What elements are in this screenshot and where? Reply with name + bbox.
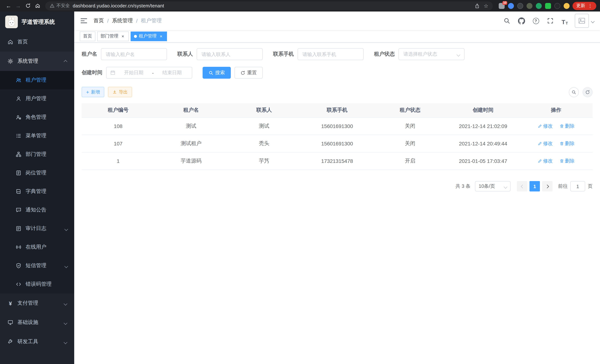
delete-link[interactable]: 删除: [559, 158, 575, 164]
status-select[interactable]: 请选择租户状态: [399, 48, 465, 60]
filter-label: 租户状态: [374, 51, 395, 57]
browser-forward-icon[interactable]: →: [13, 1, 23, 10]
tab-tenant[interactable]: 租户管理 ×: [131, 31, 167, 41]
extension-icon-paw[interactable]: [554, 3, 560, 9]
breadcrumb-system[interactable]: 系统管理: [112, 18, 133, 24]
gear-icon: [7, 58, 13, 64]
reset-button[interactable]: 重置: [234, 67, 263, 79]
goto-page-input[interactable]: [570, 181, 585, 191]
address-bar[interactable]: 不安全 dashboard.yudao.iocoder.cn/system/te…: [45, 1, 493, 10]
delete-link[interactable]: 删除: [559, 123, 575, 130]
sidebar-item-tenant[interactable]: 租户管理: [0, 71, 74, 89]
yen-icon: ¥: [7, 300, 13, 306]
sidebar-item-label: 用户管理: [26, 95, 46, 102]
sidebar-item-home[interactable]: 首页: [0, 32, 74, 52]
extension-icon-green-check[interactable]: [536, 3, 542, 9]
sidebar-item-dept[interactable]: 部门管理: [0, 145, 74, 164]
export-button[interactable]: 导出: [108, 87, 132, 97]
sidebar-item-user[interactable]: 用户管理: [0, 89, 74, 108]
add-button[interactable]: + 新增: [82, 87, 104, 97]
security-indicator[interactable]: 不安全: [50, 3, 70, 9]
bookmark-star-icon[interactable]: ☆: [484, 3, 488, 9]
page-number-1[interactable]: 1: [529, 181, 540, 191]
sidebar-item-label: 首页: [18, 38, 28, 45]
next-page-button[interactable]: [542, 181, 553, 191]
search-icon[interactable]: [502, 16, 511, 25]
chrome-update-button[interactable]: 更新 ⋮: [572, 2, 596, 10]
sidebar-item-dict[interactable]: 字典管理: [0, 182, 74, 201]
sidebar-item-audit-log[interactable]: 审计日志: [0, 219, 74, 238]
sidebar-item-online-users[interactable]: 在线用户: [0, 238, 74, 256]
chevron-down-icon: [504, 185, 507, 188]
tab-dept[interactable]: 部门管理 ×: [97, 31, 129, 41]
font-size-icon[interactable]: TT: [560, 16, 569, 25]
chevron-down-icon: [64, 227, 68, 231]
app-logo[interactable]: 芋道管理系统: [0, 11, 74, 32]
chevron-right-icon: [545, 184, 549, 188]
cell-created: 2021-01-05 17:03:47: [447, 152, 519, 170]
extension-icon-chat[interactable]: [545, 3, 551, 9]
sidebar-item-devtools[interactable]: 研发工具: [0, 332, 74, 351]
sidebar-item-payment[interactable]: ¥ 支付管理: [0, 293, 74, 313]
contact-input[interactable]: [201, 51, 258, 57]
tenant-name-input[interactable]: [106, 51, 162, 57]
sidebar-item-role[interactable]: 角色管理: [0, 108, 74, 127]
edit-link[interactable]: 修改: [537, 123, 553, 130]
filter-row-2: 创建时间 开始日期 - 结束日期 搜索: [82, 67, 593, 79]
date-end-placeholder: 结束日期: [156, 69, 188, 76]
page-unit-label: 页: [588, 183, 593, 190]
reset-button-label: 重置: [247, 69, 257, 76]
edit-label: 修改: [543, 123, 553, 130]
sidebar-item-post[interactable]: 岗位管理: [0, 164, 74, 182]
cell-tenant-name: 测试租户: [155, 135, 227, 152]
edit-label: 修改: [543, 158, 553, 164]
search-button[interactable]: 搜索: [203, 67, 231, 79]
extension-icon-olive[interactable]: [526, 3, 533, 9]
extension-icon-blue[interactable]: [508, 3, 514, 9]
sidebar-item-sms[interactable]: 短信管理: [0, 256, 74, 275]
close-icon[interactable]: ×: [120, 34, 125, 39]
edit-link[interactable]: 修改: [537, 140, 553, 147]
delete-link[interactable]: 删除: [559, 140, 575, 147]
search-icon: [572, 90, 576, 94]
profile-avatar-icon[interactable]: [564, 3, 570, 9]
browser-menu-icon[interactable]: ⋮: [588, 3, 593, 8]
phone-input[interactable]: [302, 51, 359, 57]
sidebar-collapse-icon[interactable]: [80, 17, 88, 25]
date-range-picker[interactable]: 开始日期 - 结束日期: [106, 67, 192, 79]
pencil-icon: [537, 159, 542, 163]
user-avatar-dropdown[interactable]: [575, 14, 594, 28]
delete-label: 删除: [565, 123, 575, 130]
page-size-select[interactable]: 10条/页: [475, 181, 511, 191]
edit-link[interactable]: 修改: [537, 158, 553, 164]
date-separator: -: [152, 70, 154, 75]
sidebar-item-error-code[interactable]: 错误码管理: [0, 275, 74, 293]
share-icon[interactable]: [475, 3, 480, 8]
sidebar-item-menu[interactable]: 菜单管理: [0, 127, 74, 145]
browser-back-icon[interactable]: ←: [4, 1, 13, 10]
sidebar: 芋道管理系统 首页 系统管理 租户管理: [0, 11, 74, 364]
github-icon[interactable]: [517, 16, 526, 25]
sidebar-item-label: 菜单管理: [26, 132, 46, 139]
cell-status: 关闭: [374, 117, 447, 135]
sidebar-item-label: 部门管理: [26, 151, 46, 158]
chat-icon: [16, 207, 21, 213]
close-icon[interactable]: ×: [159, 34, 164, 39]
sidebar-item-label: 研发工具: [18, 338, 38, 345]
sidebar-item-notice[interactable]: 通知公告: [0, 201, 74, 219]
help-icon[interactable]: ?: [531, 16, 540, 25]
table-row: 108 测试 测试 15601691300 关闭 2021-12-14 21:0…: [82, 117, 593, 135]
table-toolbar: + 新增 导出: [82, 87, 593, 97]
refresh-table-button[interactable]: [582, 87, 593, 97]
prev-page-button[interactable]: [517, 181, 527, 191]
breadcrumb-home[interactable]: 首页: [94, 18, 104, 24]
extension-icon-grid[interactable]: 10: [499, 3, 505, 9]
fullscreen-icon[interactable]: [546, 16, 555, 25]
toggle-search-button[interactable]: [569, 87, 579, 97]
sidebar-item-infrastructure[interactable]: 基础设施: [0, 313, 74, 332]
browser-reload-icon[interactable]: [23, 1, 33, 10]
tab-home[interactable]: 首页: [80, 31, 95, 41]
extension-icon-dark-globe[interactable]: [517, 3, 523, 9]
sidebar-item-system[interactable]: 系统管理: [0, 52, 74, 71]
browser-home-icon[interactable]: [33, 1, 42, 10]
